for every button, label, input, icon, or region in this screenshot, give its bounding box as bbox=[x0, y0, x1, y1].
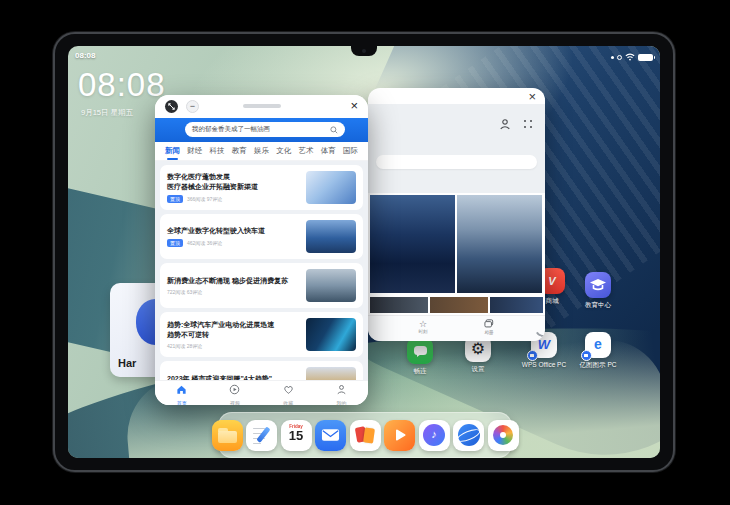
gallery-app-icon[interactable] bbox=[488, 420, 519, 451]
status-time: 08:08 bbox=[75, 51, 95, 60]
desktop-icon-wps-label: WPS Office PC bbox=[518, 361, 570, 368]
window-close-button[interactable]: × bbox=[350, 98, 358, 113]
gallery-close-icon[interactable]: × bbox=[528, 89, 536, 104]
tab-culture[interactable]: 文化 bbox=[276, 146, 291, 156]
news-search-text: 我的郁金香美成了一幅油画 bbox=[192, 125, 330, 134]
tablet-device: 08:08 08:08 9月15日 星期五 Har V 商城 bbox=[53, 32, 675, 472]
news-meta: 462阅读 36评论 bbox=[187, 240, 222, 246]
meetime-chat-icon bbox=[407, 338, 433, 364]
gallery-thumb[interactable] bbox=[370, 297, 428, 313]
news-item[interactable]: 数字化医疗蓬勃发展 医疗器械企业开拓融资新渠道 置顶 366阅读 97评论 bbox=[160, 165, 363, 210]
news-title-line2: 医疗器械企业开拓融资新渠道 bbox=[167, 182, 305, 192]
tab-news[interactable]: 新闻 bbox=[165, 146, 180, 156]
heart-icon bbox=[283, 384, 294, 395]
nav-video[interactable]: 视频 bbox=[229, 381, 240, 406]
desktop-icon-edraw[interactable]: e 亿图图示 PC bbox=[572, 332, 624, 370]
clock-widget-time: 08:08 bbox=[78, 66, 166, 104]
nav-label: 收藏 bbox=[283, 400, 294, 406]
news-meta: 722阅读 63评论 bbox=[167, 289, 202, 295]
gallery-thumb[interactable] bbox=[490, 297, 543, 313]
news-meta: 366阅读 97评论 bbox=[187, 196, 222, 202]
nav-profile[interactable]: 我的 bbox=[336, 381, 347, 406]
clock-widget-date: 9月15日 星期五 bbox=[81, 108, 133, 118]
nav-label: 我的 bbox=[336, 400, 347, 406]
tab-international[interactable]: 国际 bbox=[343, 146, 358, 156]
music-icon[interactable]: ♪ bbox=[419, 420, 450, 451]
news-header: 我的郁金香美成了一幅油画 bbox=[155, 118, 368, 142]
tab-finance[interactable]: 财经 bbox=[187, 146, 202, 156]
files-icon[interactable] bbox=[212, 420, 243, 451]
news-title: 趋势:全球汽车产业电动化进展迅速 bbox=[167, 320, 305, 330]
news-title: 新消费业态不断涌现 稳步促进消费复苏 bbox=[167, 276, 305, 286]
gallery-window[interactable]: × ☆ 时刻 bbox=[368, 88, 545, 341]
news-list: 数字化医疗蓬勃发展 医疗器械企业开拓融资新渠道 置顶 366阅读 97评论 全球… bbox=[155, 161, 368, 380]
news-category-tabs: 新闻 财经 科技 教育 娱乐 文化 艺术 体育 国际 bbox=[155, 142, 368, 161]
news-titlebar[interactable]: − × bbox=[155, 95, 368, 118]
albums-icon bbox=[474, 319, 504, 330]
tab-tech[interactable]: 科技 bbox=[210, 146, 225, 156]
gallery-tab-albums[interactable]: 相册 bbox=[474, 319, 504, 335]
gallery-tab-label: 时刻 bbox=[408, 329, 438, 334]
edraw-letter: e bbox=[594, 336, 602, 352]
edraw-icon: e bbox=[585, 332, 611, 358]
status-icons bbox=[611, 53, 653, 61]
gallery-photo-mountain-lake[interactable] bbox=[457, 195, 542, 293]
tab-education[interactable]: 教育 bbox=[232, 146, 247, 156]
news-item[interactable]: 新消费业态不断涌现 稳步促进消费复苏 722阅读 63评论 bbox=[160, 263, 363, 308]
calendar-icon[interactable]: Friday 15 bbox=[281, 420, 312, 451]
gallery-tab-label: 相册 bbox=[474, 330, 504, 335]
docs-icon[interactable] bbox=[350, 420, 381, 451]
pc-app-badge-icon bbox=[581, 350, 592, 361]
video-icon[interactable] bbox=[384, 420, 415, 451]
gallery-thumb[interactable] bbox=[430, 297, 488, 313]
browser-icon[interactable] bbox=[453, 420, 484, 451]
email-icon[interactable] bbox=[315, 420, 346, 451]
news-badge: 置顶 bbox=[167, 239, 183, 247]
desktop-icon-education-center[interactable]: 教育中心 bbox=[572, 272, 624, 310]
desktop-icon-settings-label: 设置 bbox=[452, 365, 504, 374]
calendar-day: 15 bbox=[281, 429, 312, 442]
wps-letter: W bbox=[538, 337, 550, 352]
home-icon bbox=[176, 384, 187, 395]
news-title: 全球产业数字化转型驶入快车道 bbox=[167, 226, 305, 236]
news-badge: 置顶 bbox=[167, 195, 183, 203]
gallery-grid-view-icon[interactable] bbox=[524, 120, 533, 129]
tab-sports[interactable]: 体育 bbox=[321, 146, 336, 156]
gallery-photo-city-night[interactable] bbox=[370, 195, 455, 293]
tab-entertainment[interactable]: 娱乐 bbox=[254, 146, 269, 156]
gallery-search-bar[interactable] bbox=[376, 155, 537, 169]
news-title: 数字化医疗蓬勃发展 bbox=[167, 172, 305, 182]
search-icon bbox=[330, 126, 338, 134]
nav-home[interactable]: 首页 bbox=[176, 381, 187, 406]
star-icon: ☆ bbox=[408, 319, 438, 329]
news-title-line2: 趋势不可逆转 bbox=[167, 330, 305, 340]
notepad-icon[interactable] bbox=[246, 420, 277, 451]
play-circle-icon bbox=[229, 384, 240, 395]
nav-label: 首页 bbox=[176, 400, 187, 406]
window-expand-button[interactable] bbox=[165, 100, 178, 113]
news-search-bar[interactable]: 我的郁金香美成了一幅油画 bbox=[185, 122, 345, 137]
education-center-icon bbox=[585, 272, 611, 298]
camera-notch bbox=[351, 46, 377, 56]
window-drag-handle[interactable] bbox=[243, 104, 281, 108]
news-window[interactable]: − × 我的郁金香美成了一幅油画 新闻 财经 科技 教育 娱乐 bbox=[155, 95, 368, 405]
wifi-icon bbox=[625, 53, 635, 61]
gallery-account-icon[interactable] bbox=[499, 118, 511, 130]
news-thumbnail-car bbox=[306, 318, 356, 351]
desktop-icon-settings[interactable]: ⚙ 设置 bbox=[452, 336, 504, 374]
harmony-card-label: Har bbox=[118, 357, 136, 369]
gallery-tab-moments[interactable]: ☆ 时刻 bbox=[408, 319, 438, 334]
news-thumbnail-city bbox=[306, 220, 356, 253]
desktop-icon-meetime-label: 畅连 bbox=[394, 367, 446, 376]
music-note-glyph: ♪ bbox=[423, 424, 445, 446]
news-item[interactable]: 全球产业数字化转型驶入快车道 置顶 462阅读 36评论 bbox=[160, 214, 363, 259]
tab-art[interactable]: 艺术 bbox=[299, 146, 314, 156]
nav-favorites[interactable]: 收藏 bbox=[283, 381, 294, 406]
gallery-bottom-bar: ☆ 时刻 相册 bbox=[368, 315, 545, 341]
news-item[interactable]: 趋势:全球汽车产业电动化进展迅速 趋势不可逆转 421阅读 28评论 bbox=[160, 312, 363, 357]
news-meta: 421阅读 28评论 bbox=[167, 343, 202, 349]
desktop-icon-meetime[interactable]: 畅连 bbox=[394, 338, 446, 376]
window-minimize-button[interactable]: − bbox=[186, 100, 199, 113]
alarm-icon bbox=[617, 55, 622, 60]
dock: Friday 15 ♪ bbox=[218, 412, 512, 458]
